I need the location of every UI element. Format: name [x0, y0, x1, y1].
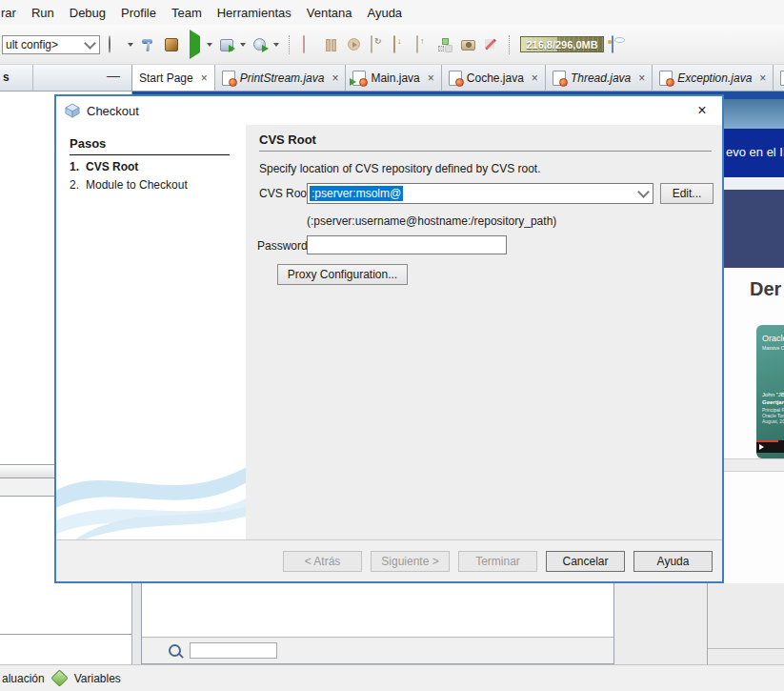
toolbar-separator [289, 35, 291, 54]
build-hammer-icon[interactable] [140, 36, 156, 52]
memory-indicator[interactable]: 216,8/296,0MB [520, 36, 604, 52]
debug-dropdown-icon[interactable] [240, 43, 246, 47]
apply-code-changes-icon[interactable]: ↻ [369, 36, 385, 52]
close-icon[interactable]: × [759, 71, 766, 85]
close-icon[interactable]: × [532, 71, 538, 85]
java-file-icon [659, 71, 673, 86]
tab-label: PrintStream.java [240, 71, 325, 85]
push-glyph: ↓ [393, 35, 395, 53]
video-controls-bar[interactable] [756, 440, 784, 453]
pause-icon[interactable] [323, 36, 339, 52]
tab-coche-java[interactable]: Coche.java × [442, 65, 546, 91]
menu-item-profile[interactable]: Profile [113, 6, 164, 20]
tab-label: Main.java [371, 71, 419, 85]
profile-project-icon[interactable] [252, 36, 269, 52]
content-description: Specify location of CVS repository defin… [259, 162, 540, 175]
close-icon[interactable]: × [428, 71, 434, 85]
menu-item-ventana[interactable]: Ventana [299, 6, 360, 20]
step-label: CVS Root [86, 160, 138, 173]
tab-printstream-java[interactable]: PrintStream.java × [215, 65, 347, 91]
cvs-root-label: CVS Root: [259, 187, 313, 200]
output-search-row [142, 637, 613, 663]
cvs-root-hint: (:pserver:username@hostname:/repository_… [307, 214, 556, 228]
pull-icon[interactable]: ↑ [414, 36, 431, 52]
tab-evaluacion[interactable]: aluación [2, 672, 45, 685]
password-field[interactable] [307, 235, 507, 254]
video-line: Geertjan W [762, 399, 784, 405]
snapshot-camera-icon[interactable] [460, 36, 476, 52]
proxy-configuration-button[interactable]: Proxy Configuration... [277, 264, 408, 285]
menu-item-ayuda[interactable]: Ayuda [359, 6, 410, 20]
main-toolbar: ult config> ↻ ↓ ↑ 216,8/296,0MB [0, 25, 784, 65]
startpage-video-thumbnail[interactable]: Oracle Massive O John "JB" B Geertjan W … [756, 325, 784, 458]
step-module-to-checkout: 2. Module to Checkout [70, 178, 246, 192]
run-dropdown-icon[interactable] [207, 43, 212, 47]
close-icon[interactable]: × [201, 71, 208, 85]
cvs-root-value: :pserver:msolm@ [310, 186, 403, 201]
video-line: August, 2015 [762, 418, 784, 424]
divider [259, 151, 712, 152]
tab-object-java[interactable]: Obj [774, 65, 784, 91]
divider [708, 648, 784, 649]
tab-label: Thread.java [571, 71, 631, 85]
memory-text: 216,8/296,0MB [526, 39, 597, 51]
globe-dropdown-icon[interactable] [128, 43, 133, 47]
tab-thread-java[interactable]: Thread.java × [546, 65, 653, 91]
startpage-section-heading: Der [750, 278, 781, 300]
video-subtitle: Massive O [762, 345, 784, 351]
dialog-button-bar: < Atrás Siguiente > Terminar Cancelar Ay… [56, 539, 722, 581]
java-file-icon [553, 71, 566, 86]
globe-icon[interactable] [107, 36, 123, 52]
continue-icon[interactable] [346, 36, 362, 52]
search-icon [169, 644, 181, 657]
run-project-icon[interactable] [186, 36, 202, 52]
minimize-icon[interactable]: — [107, 68, 120, 83]
left-panel-header: s — [0, 65, 132, 91]
cancel-button[interactable]: Cancelar [546, 551, 625, 572]
bottom-right-panel [614, 583, 784, 664]
push-icon[interactable]: ↓ [392, 36, 408, 52]
cvs-root-combo[interactable]: :pserver:msolm@ [307, 183, 653, 204]
wizard-watermark-swoosh [56, 444, 246, 539]
dialog-title: Checkout [87, 104, 139, 118]
startpage-banner-text: evo en el ID [726, 145, 784, 159]
close-icon[interactable]: × [638, 71, 645, 85]
help-button[interactable]: Ayuda [633, 551, 713, 572]
menu-item-fragment[interactable]: rar [0, 6, 24, 20]
tab-label: Coche.java [467, 71, 524, 85]
tab-main-java[interactable]: Main.java × [346, 65, 441, 91]
config-combo[interactable]: ult config> [2, 35, 100, 54]
garbage-collect-icon[interactable] [611, 36, 627, 52]
config-combo-value: ult config> [6, 38, 58, 51]
search-input[interactable] [190, 642, 277, 659]
step-number: 2. [70, 178, 86, 192]
dialog-title-bar[interactable]: Checkout [56, 96, 722, 125]
left-panel-tab-fragment[interactable]: s [3, 71, 10, 84]
chevron-down-icon[interactable] [637, 186, 650, 198]
close-icon[interactable]: × [332, 71, 338, 85]
tab-exception-java[interactable]: Exception.java × [653, 65, 774, 91]
menu-item-team[interactable]: Team [164, 6, 210, 20]
play-glyph [190, 30, 200, 59]
tab-start-page[interactable]: Start Page × [132, 65, 215, 91]
debug-project-icon[interactable] [219, 36, 235, 52]
menu-item-herramientas[interactable]: Herramientas [210, 6, 299, 20]
next-button[interactable]: Siguiente > [371, 551, 450, 572]
finish-button[interactable]: Terminar [458, 551, 537, 572]
menu-item-debug[interactable]: Debug [62, 6, 113, 20]
stop-icon[interactable] [300, 36, 316, 52]
tab-variables[interactable]: Variables [74, 672, 121, 685]
profile-dropdown-icon[interactable] [273, 43, 279, 47]
clean-build-icon[interactable] [163, 36, 179, 52]
back-button[interactable]: < Atrás [283, 551, 362, 572]
close-icon[interactable]: × [693, 102, 712, 121]
gc-glyph [612, 35, 613, 53]
netbeans-cube-icon [65, 103, 80, 118]
no-snapshot-icon[interactable] [483, 36, 499, 52]
edit-button[interactable]: Edit... [660, 183, 714, 204]
wizard-steps-panel: Pasos 1. CVS Root 2. Module to Checkout [56, 125, 246, 539]
bottom-window-tabs: aluación Variables [0, 664, 784, 691]
menu-item-run[interactable]: Run [24, 6, 62, 20]
threads-icon[interactable] [437, 36, 453, 52]
java-file-icon [449, 71, 462, 86]
